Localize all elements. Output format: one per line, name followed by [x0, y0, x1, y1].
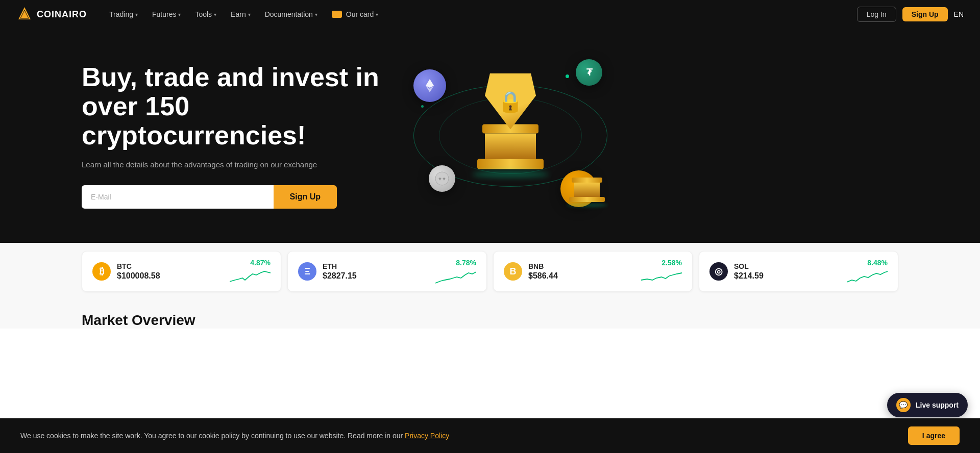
glow-platform	[472, 171, 549, 178]
btc-icon: ₿	[92, 262, 111, 281]
chevron-down-icon: ▾	[315, 12, 317, 17]
shield-icon: 🔒	[485, 73, 536, 130]
bnb-right: 2.58%	[641, 259, 682, 284]
nav-trading[interactable]: Trading ▾	[103, 6, 144, 22]
btc-info: BTC $100008.58	[117, 262, 224, 281]
eth-sparkline	[435, 269, 476, 284]
sol-icon: ◎	[709, 262, 728, 281]
ticker-card-btc[interactable]: ₿ BTC $100008.58 4.87%	[82, 251, 281, 292]
eth-pct: 8.78%	[456, 259, 476, 267]
chevron-down-icon: ▾	[135, 12, 138, 17]
pedestal-mid	[485, 134, 536, 159]
email-input[interactable]	[82, 185, 274, 209]
bnb-icon: B	[504, 262, 522, 281]
hero-illustration: 🔒 ₿ ₮ ✦✦	[388, 49, 633, 222]
eth-right: 8.78%	[435, 259, 476, 284]
market-title: Market Overview	[82, 312, 898, 329]
login-button[interactable]: Log In	[857, 7, 896, 22]
ticker-bar: ₿ BTC $100008.58 4.87% Ξ ETH $2827.15 8.…	[0, 243, 980, 300]
btc-sparkline	[230, 269, 271, 284]
chevron-down-icon: ▾	[376, 12, 378, 17]
ticker-card-sol[interactable]: ◎ SOL $214.59 8.48%	[699, 251, 898, 292]
sol-info: SOL $214.59	[734, 262, 841, 281]
bnb-sparkline	[641, 269, 682, 284]
eth-symbol: ETH	[323, 262, 429, 270]
silver-coin-icon: ✦✦	[435, 171, 449, 186]
btc-pct: 4.87%	[250, 259, 271, 267]
nav-tools[interactable]: Tools ▾	[189, 6, 223, 22]
second-pedestal	[567, 178, 607, 207]
sol-right: 8.48%	[847, 259, 888, 284]
btc-right: 4.87%	[230, 259, 271, 284]
chevron-down-icon: ▾	[214, 12, 216, 17]
hero-content: Buy, trade and invest in over 150 crypto…	[82, 63, 388, 209]
nav-documentation[interactable]: Documentation ▾	[259, 6, 324, 22]
svg-text:✦✦: ✦✦	[438, 177, 446, 182]
sol-pct: 8.48%	[867, 259, 888, 267]
hero-section: Buy, trade and invest in over 150 crypto…	[0, 29, 980, 243]
eth-info: ETH $2827.15	[323, 262, 429, 281]
hero-title: Buy, trade and invest in over 150 crypto…	[82, 63, 388, 150]
eth-icon: Ξ	[298, 262, 316, 281]
ticker-card-eth[interactable]: Ξ ETH $2827.15 8.78%	[287, 251, 487, 292]
hero-subtitle: Learn all the details about the advantag…	[82, 160, 388, 169]
brand-name: COINAIRO	[37, 9, 87, 20]
sol-price: $214.59	[734, 271, 841, 281]
btc-price: $100008.58	[117, 271, 224, 281]
ticker-card-bnb[interactable]: B BNB $586.44 2.58%	[493, 251, 693, 292]
bnb-price: $586.44	[528, 271, 635, 281]
chevron-down-icon: ▾	[248, 12, 251, 17]
bnb-symbol: BNB	[528, 262, 635, 270]
coin-silver: ✦✦	[429, 165, 455, 192]
coin-usdt: ₮	[576, 59, 602, 86]
nav-links: Trading ▾ Futures ▾ Tools ▾ Earn ▾ Docum…	[103, 6, 857, 22]
chevron-down-icon: ▾	[178, 12, 181, 17]
hero-form: Sign Up	[82, 185, 337, 209]
market-section: Market Overview	[0, 300, 980, 329]
bnb-pct: 2.58%	[662, 259, 682, 267]
pedestal-base	[477, 159, 544, 169]
dot-1	[566, 74, 569, 78]
hero-signup-button[interactable]: Sign Up	[274, 185, 337, 209]
sol-symbol: SOL	[734, 262, 841, 270]
dot-2	[421, 105, 424, 108]
nav-auth: Log In Sign Up EN	[857, 7, 964, 22]
logo[interactable]: COINAIRO	[16, 6, 87, 22]
nav-our-card[interactable]: Our card ▾	[326, 6, 384, 22]
eth-price: $2827.15	[323, 271, 429, 281]
card-icon	[332, 11, 342, 18]
btc-symbol: BTC	[117, 262, 224, 270]
central-tower: 🔒	[472, 73, 549, 178]
coin-eth	[413, 69, 446, 102]
svg-marker-2	[426, 79, 434, 88]
bnb-info: BNB $586.44	[528, 262, 635, 281]
nav-futures[interactable]: Futures ▾	[146, 6, 187, 22]
eth-icon	[422, 78, 438, 94]
sol-sparkline	[847, 269, 888, 284]
nav-earn[interactable]: Earn ▾	[225, 6, 257, 22]
logo-icon	[16, 6, 33, 22]
language-selector[interactable]: EN	[954, 10, 964, 18]
svg-marker-0	[18, 7, 31, 19]
signup-button[interactable]: Sign Up	[902, 7, 948, 21]
navbar: COINAIRO Trading ▾ Futures ▾ Tools ▾ Ear…	[0, 0, 980, 29]
